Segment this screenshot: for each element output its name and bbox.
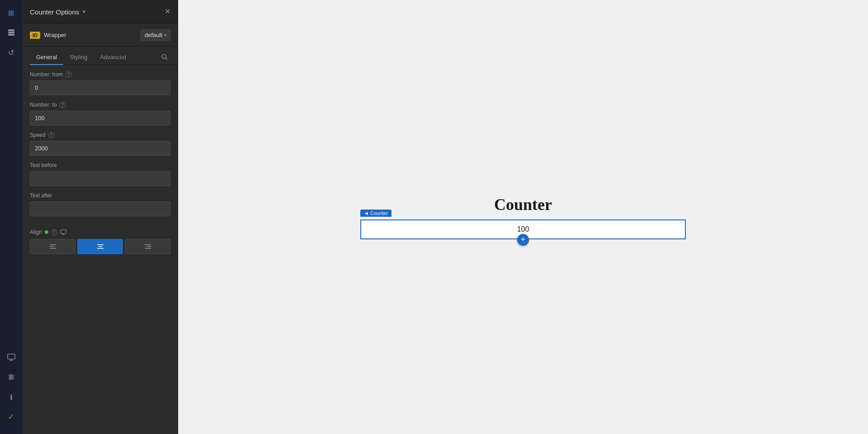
text-after-input[interactable] [30,201,170,216]
svg-point-9 [9,374,11,376]
align-help-icon[interactable]: ? [51,229,57,235]
check-icon[interactable]: ✓ [3,409,19,425]
monitor-icon[interactable] [3,349,19,365]
tab-advanced[interactable]: Advanced [94,50,132,65]
number-from-group: Number: from ? [30,71,170,95]
add-element-button[interactable]: + [517,234,529,246]
number-to-help-icon[interactable]: ? [59,102,66,108]
wrapper-row: ID Wrapper default ▾ [23,24,178,47]
counter-badge-text: ◄ Counter [364,210,388,216]
text-before-group: Text before [30,162,170,186]
tab-styling[interactable]: Styling [63,50,94,65]
counter-label-badge[interactable]: ◄ Counter [360,210,392,217]
svg-point-10 [11,376,13,378]
number-to-input[interactable] [30,111,170,126]
number-from-label: Number: from ? [30,71,170,78]
svg-rect-1 [8,32,14,33]
text-before-input[interactable] [30,171,170,186]
counter-value: 100 [517,225,529,233]
align-section: Align ? [23,229,178,261]
text-after-group: Text after [30,192,170,216]
text-after-label: Text after [30,192,170,199]
align-right-button[interactable] [125,239,170,254]
align-buttons [30,239,170,254]
svg-rect-14 [61,230,66,233]
svg-point-11 [9,378,11,380]
svg-rect-3 [8,354,15,359]
number-to-group: Number: to ? [30,102,170,126]
sliders-icon[interactable] [3,369,19,385]
svg-rect-2 [8,34,14,36]
icon-sidebar: ⊞ ↺ ℹ ✓ [0,0,23,434]
grid-icon[interactable]: ⊞ [3,5,19,21]
panel-title: Counter Options [30,8,79,16]
speed-help-icon[interactable]: ? [48,132,55,138]
canvas-content: Counter ◄ Counter 100 + [320,195,726,239]
green-dot-indicator [45,230,48,234]
panel-close-button[interactable]: ✕ [165,8,170,15]
counter-heading: Counter [494,195,552,214]
wrapper-select-chevron: ▾ [164,33,166,37]
wrapper-select[interactable]: default ▾ [141,29,170,41]
speed-input[interactable] [30,141,170,156]
panel-header: Counter Options ▾ ✕ [23,0,178,24]
search-tab-button[interactable] [159,51,170,64]
text-before-label: Text before [30,162,170,168]
info-icon[interactable]: ℹ [3,389,19,405]
history-icon[interactable]: ↺ [3,44,19,61]
speed-group: Speed ? [30,132,170,156]
number-from-help-icon[interactable]: ? [66,71,72,78]
panel-chevron-icon[interactable]: ▾ [83,9,85,15]
counter-element-wrapper: ◄ Counter 100 + [360,219,686,239]
panel-header-left: Counter Options ▾ [30,8,85,16]
form-section: Number: from ? Number: to ? Speed ? Text… [23,65,178,229]
tabs-row: General Styling Advanced [23,47,178,65]
layers-icon[interactable] [3,24,19,41]
align-center-button[interactable] [77,239,123,254]
options-panel: Counter Options ▾ ✕ ID Wrapper default ▾… [23,0,178,434]
svg-line-13 [166,58,168,60]
tab-general[interactable]: General [30,50,63,65]
svg-point-12 [162,54,166,58]
wrapper-id-badge: ID [30,32,40,39]
main-canvas: Counter ◄ Counter 100 + [178,0,868,434]
align-left-button[interactable] [30,239,75,254]
number-from-input[interactable] [30,80,170,95]
svg-rect-0 [8,29,14,31]
number-to-label: Number: to ? [30,102,170,108]
speed-label: Speed ? [30,132,170,138]
align-device-icon [60,229,66,235]
align-label: Align ? [30,229,170,235]
wrapper-select-value: default [145,32,162,38]
wrapper-label: Wrapper [44,32,137,38]
